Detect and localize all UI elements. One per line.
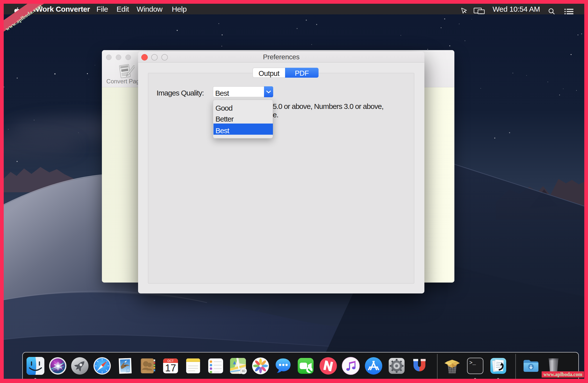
svg-text:3D: 3D — [241, 369, 245, 373]
svg-text:17: 17 — [165, 362, 176, 373]
svg-text:>_: >_ — [469, 360, 476, 366]
svg-text:OCT: OCT — [167, 359, 174, 363]
